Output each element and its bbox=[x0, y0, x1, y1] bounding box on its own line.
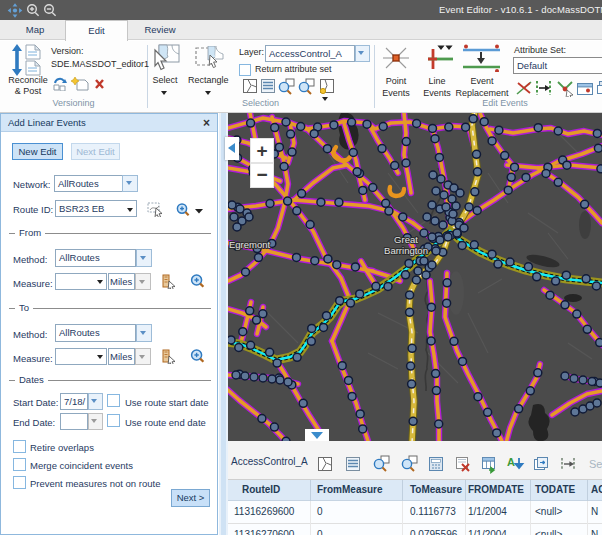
svg-text:Great: Great bbox=[394, 234, 418, 245]
svg-text:Barrington: Barrington bbox=[384, 245, 428, 256]
svg-text:A: A bbox=[507, 456, 515, 468]
svg-text:Egremont: Egremont bbox=[229, 239, 271, 250]
svg-text:Se: Se bbox=[589, 458, 602, 470]
